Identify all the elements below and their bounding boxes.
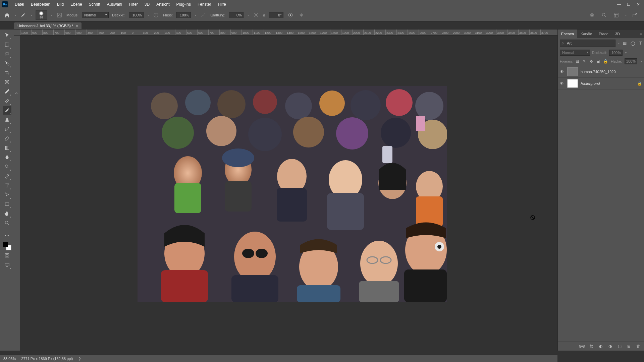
deckkraft-input[interactable]: 100% — [129, 12, 144, 18]
deckkraft-caret[interactable]: ▾ — [148, 14, 149, 17]
crop-tool[interactable] — [3, 68, 11, 77]
status-zoom[interactable]: 33,06% — [3, 357, 16, 361]
layer-name[interactable]: human-740259_1920 — [581, 70, 616, 74]
menu-ansicht[interactable]: Ansicht — [153, 2, 173, 7]
filter-type-icon[interactable]: T — [638, 40, 644, 46]
fluss-input[interactable]: 100% — [176, 12, 191, 18]
menu-schrift[interactable]: Schrift — [86, 2, 104, 7]
eyedropper-tool[interactable] — [3, 87, 11, 96]
pen-tool[interactable] — [3, 172, 11, 180]
brush-preview[interactable]: 98 — [36, 10, 47, 20]
eraser-tool[interactable] — [3, 134, 11, 143]
menu-fenster[interactable]: Fenster — [194, 2, 215, 7]
menu-bearbeiten[interactable]: Bearbeiten — [28, 2, 54, 7]
tab-kanaele[interactable]: Kanäle — [577, 29, 595, 38]
doc-tab[interactable]: Unbenannt-1 bei 33,1% (RGB/8) * × — [14, 22, 82, 29]
layer-thumbnail[interactable] — [567, 79, 578, 88]
home-icon[interactable] — [3, 11, 11, 19]
workspace-icon[interactable] — [612, 11, 620, 19]
history-brush-tool[interactable] — [3, 125, 11, 133]
filter-caret[interactable]: ▾ — [618, 42, 620, 45]
window-close[interactable]: ✕ — [637, 2, 640, 7]
color-swatch[interactable] — [3, 242, 11, 250]
brush-caret[interactable]: ▾ — [31, 14, 32, 17]
status-doc-info[interactable]: 2771 Px x 1869 Px (182,88 ppi) — [21, 357, 73, 361]
rectangle-tool[interactable] — [3, 200, 11, 208]
lock-all-icon[interactable]: 🔒 — [603, 58, 608, 64]
layer-thumbnail[interactable] — [567, 67, 578, 76]
link-layers-icon[interactable]: ⊖⊖ — [579, 343, 585, 349]
glaettung-caret[interactable]: ▾ — [248, 14, 249, 17]
menu-bild[interactable]: Bild — [54, 2, 67, 7]
fluss-caret[interactable]: ▾ — [195, 14, 196, 17]
layer-visibility-icon[interactable]: 👁 — [560, 69, 565, 74]
lock-transparent-icon[interactable]: ▦ — [575, 58, 580, 64]
search-icon[interactable] — [600, 11, 608, 19]
healing-tool[interactable] — [3, 97, 11, 105]
doc-tab-close-icon[interactable]: × — [76, 24, 78, 28]
share-icon[interactable] — [631, 11, 639, 19]
quick-select-tool[interactable] — [3, 59, 11, 68]
smoothing-gear-icon[interactable] — [252, 11, 260, 19]
layer-filter-dropdown[interactable] — [560, 40, 615, 47]
ruler-horizontal[interactable]: 1000 900 800 700 600 500 400 300 200 100… — [20, 29, 557, 36]
window-minimize[interactable]: — — [617, 2, 621, 7]
layer-row[interactable]: 👁 Hintergrund 🔒 — [558, 78, 644, 89]
adjustment-layer-icon[interactable]: ◑ — [607, 343, 613, 349]
screenmode-tool[interactable] — [3, 260, 11, 269]
angle-input[interactable]: 0° — [269, 12, 283, 18]
layer-name[interactable]: Hintergrund — [581, 81, 600, 85]
fill-input[interactable]: 100% — [625, 58, 637, 64]
canvas[interactable] — [20, 36, 557, 351]
layer-visibility-icon[interactable]: 👁 — [560, 81, 565, 86]
brush-preview-caret[interactable]: ▾ — [51, 14, 52, 17]
zoom-tool[interactable] — [3, 219, 11, 227]
filter-adj-icon[interactable]: ◯ — [630, 40, 636, 46]
frame-tool[interactable] — [3, 78, 11, 86]
layer-row[interactable]: 👁 human-740259_1920 — [558, 66, 644, 78]
menu-filter[interactable]: Filter — [125, 2, 141, 7]
lasso-tool[interactable] — [3, 50, 11, 58]
pressure-opacity-icon[interactable] — [152, 11, 160, 19]
opacity-caret[interactable]: ▾ — [625, 51, 627, 54]
brush-panel-icon[interactable] — [56, 11, 63, 19]
menu-hilfe[interactable]: Hilfe — [215, 2, 229, 7]
brush-tool[interactable] — [3, 106, 11, 115]
gradient-tool[interactable] — [3, 143, 11, 152]
menu-ebene[interactable]: Ebene — [67, 2, 86, 7]
layer-mask-icon[interactable]: ◐ — [598, 343, 604, 349]
hand-tool[interactable] — [3, 209, 11, 218]
stamp-tool[interactable] — [3, 115, 11, 124]
path-select-tool[interactable] — [3, 190, 11, 199]
filter-image-icon[interactable]: ▦ — [622, 40, 628, 46]
quickmask-tool[interactable] — [3, 251, 11, 260]
modus-dropdown[interactable]: Normal — [82, 12, 109, 18]
menu-auswahl[interactable]: Auswahl — [104, 2, 125, 7]
layer-group-icon[interactable]: ▢ — [616, 343, 623, 349]
status-arrow-icon[interactable]: ❯ — [78, 356, 81, 361]
layers-empty-area[interactable] — [558, 89, 644, 342]
menu-datei[interactable]: Datei — [11, 2, 28, 7]
airbrush-icon[interactable] — [200, 11, 207, 19]
home-caret[interactable]: ▾ — [15, 14, 16, 17]
menu-plugins[interactable]: Plug-ins — [173, 2, 194, 7]
new-layer-icon[interactable]: ⊞ — [626, 343, 632, 349]
lock-pixels-icon[interactable]: ✎ — [582, 58, 587, 64]
tab-3d[interactable]: 3D — [612, 29, 623, 38]
blur-tool[interactable] — [3, 153, 11, 162]
fg-color-swatch[interactable] — [3, 242, 8, 247]
symmetry-icon[interactable] — [298, 11, 305, 19]
workspace-caret[interactable]: ▾ — [625, 14, 627, 17]
lock-position-icon[interactable]: ✥ — [589, 58, 594, 64]
brush-tool-icon[interactable] — [19, 11, 27, 19]
type-tool[interactable] — [3, 181, 11, 190]
layer-fx-icon[interactable]: fx — [588, 343, 594, 349]
document-image[interactable] — [138, 86, 447, 302]
ruler-vertical[interactable]: 0 — [14, 36, 20, 351]
edit-toolbar[interactable]: ⋯ — [3, 231, 11, 240]
pressure-size-icon[interactable] — [287, 11, 294, 19]
lock-artboard-icon[interactable]: ▣ — [596, 58, 600, 64]
glaettung-input[interactable]: 0% — [229, 12, 244, 18]
tab-ebenen[interactable]: Ebenen — [558, 29, 577, 38]
panel-menu-icon[interactable]: ≡ — [638, 32, 644, 36]
